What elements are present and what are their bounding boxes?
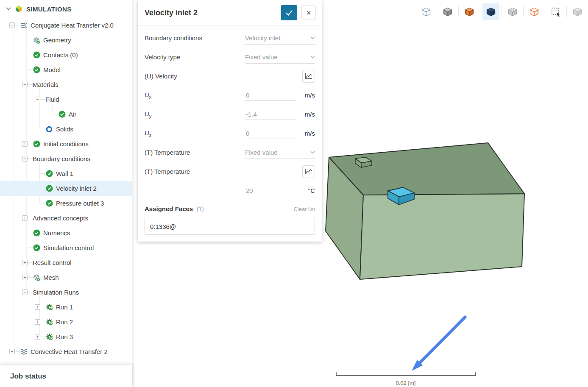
form-row-select: (T) Temperature Fixed value	[145, 143, 315, 162]
expander-icon[interactable]: +	[22, 275, 28, 280]
view-cube-orange-outline-button[interactable]	[526, 3, 543, 20]
value-input[interactable]	[245, 128, 296, 139]
tree-item-simulation-runs[interactable]: − Simulation Runs	[0, 285, 132, 300]
clear-list-link[interactable]: Clear list	[293, 206, 315, 212]
tree-item-solids[interactable]: Solids	[0, 122, 132, 136]
toolbar-divider	[502, 6, 502, 17]
tree-item-run-1[interactable]: + Run 1	[0, 300, 132, 315]
view-toolbar	[418, 3, 586, 20]
tree-item-mesh[interactable]: + Mesh	[0, 270, 132, 285]
select-control[interactable]: Velocity inlet	[245, 31, 315, 45]
select-control[interactable]: Fixed value	[245, 146, 315, 159]
select-value: Velocity inlet	[245, 34, 280, 42]
tree-item-conjugate-heat-transfer-v2-0[interactable]: − Conjugate Heat Transfer v2.0	[0, 18, 132, 33]
chevron-down-icon[interactable]	[6, 7, 11, 11]
tree-item-label: Boundary conditions	[33, 155, 90, 162]
field-label: Boundary conditions	[145, 34, 202, 42]
tree-item-label: Run 3	[56, 333, 73, 340]
field-label: Ux	[145, 91, 151, 100]
view-cube-blue-button[interactable]	[482, 3, 499, 20]
expander-icon[interactable]: −	[22, 290, 28, 295]
chart-input-button[interactable]	[302, 165, 315, 178]
tree-item-label: Run 2	[56, 318, 73, 326]
tree-item-initial-conditions[interactable]: + Initial conditions	[0, 136, 132, 151]
model-box-top-face[interactable]	[329, 143, 524, 195]
expander-icon[interactable]: −	[9, 22, 15, 28]
tree-item-fluid[interactable]: − Fluid	[0, 92, 132, 107]
tree-item-simulation-control[interactable]: Simulation control	[0, 240, 132, 255]
tree-item-contacts-0[interactable]: Contacts (0)	[0, 47, 132, 62]
expander-icon[interactable]: −	[35, 97, 40, 102]
tree-item-wall-1[interactable]: Wall 1	[0, 166, 132, 181]
view-cube-gray-button[interactable]	[439, 3, 456, 20]
box-select-button[interactable]	[547, 3, 564, 20]
geometry-icon	[33, 36, 40, 44]
expander-icon[interactable]: +	[22, 141, 28, 147]
check-icon	[33, 66, 40, 74]
expander-icon[interactable]: +	[35, 319, 40, 325]
toolbar-divider	[545, 6, 545, 17]
form-row-select: Velocity type Fixed value	[145, 47, 315, 67]
select-control[interactable]: Fixed value	[245, 50, 315, 64]
expander-icon[interactable]: −	[22, 156, 28, 161]
tree-item-label: Air	[69, 111, 76, 118]
scale-bar: 0.02 [m]	[336, 372, 476, 386]
chevron-down-icon	[310, 36, 315, 39]
tree-item-numerics[interactable]: Numerics	[0, 226, 132, 240]
tree-item-label: Numerics	[43, 229, 70, 237]
sim2-icon	[20, 348, 28, 356]
sim-icon	[20, 22, 28, 29]
expander-icon[interactable]: +	[22, 215, 28, 221]
tree-item-label: Contacts (0)	[43, 51, 78, 58]
expander-icon[interactable]: +	[9, 349, 15, 354]
simulations-logo-icon	[15, 5, 22, 13]
close-button[interactable]: ×	[301, 6, 316, 20]
view-cube-orange-outline-icon	[529, 6, 540, 17]
tree-item-run-2[interactable]: + Run 2	[0, 315, 132, 329]
tree-item-materials[interactable]: − Materials	[0, 77, 132, 92]
value-input[interactable]	[245, 185, 296, 196]
tree-item-geometry[interactable]: Geometry	[0, 33, 132, 47]
select-value: Fixed value	[245, 53, 278, 61]
view-cube-outline-button[interactable]	[418, 3, 435, 20]
expander-icon[interactable]: +	[35, 304, 40, 310]
expander-icon[interactable]: −	[22, 82, 28, 87]
scale-label: 0.02 [m]	[396, 380, 416, 386]
tree-item-convective-heat-transfer-2[interactable]: + Convective Heat Transfer 2	[0, 344, 132, 359]
field-label: (T) Temperature	[145, 168, 190, 175]
value-input[interactable]	[245, 109, 296, 120]
close-icon: ×	[306, 8, 311, 17]
field-label: Uz	[145, 129, 151, 138]
tree-item-result-control[interactable]: + Result control	[0, 255, 132, 270]
tree-item-boundary-conditions[interactable]: − Boundary conditions	[0, 151, 132, 166]
tree-item-label: Conjugate Heat Transfer v2.0	[31, 22, 114, 29]
expander-icon[interactable]: +	[22, 260, 28, 265]
chart-input-button[interactable]	[302, 70, 315, 83]
unit-label: °C	[300, 187, 315, 194]
tree-item-label: Simulation Runs	[33, 289, 79, 296]
tree-item-label: Advanced concepts	[33, 214, 88, 222]
field-label: (T) Temperature	[145, 149, 190, 156]
view-cube-orange-button[interactable]	[461, 3, 478, 20]
field-label: Velocity type	[145, 53, 180, 61]
tree-item-velocity-inlet-2[interactable]: Velocity inlet 2	[0, 181, 132, 196]
job-status-bar[interactable]: Job status	[0, 365, 132, 387]
assigned-faces-input[interactable]	[145, 218, 315, 235]
model-box-front-face[interactable]	[360, 194, 524, 279]
velocity-direction-arrow	[412, 317, 465, 371]
value-input[interactable]	[245, 90, 296, 101]
select-value: Fixed value	[245, 149, 278, 156]
expander-icon[interactable]: +	[35, 334, 40, 340]
field-label: (U) Velocity	[145, 72, 177, 80]
line-chart-icon	[305, 73, 312, 79]
confirm-button[interactable]	[281, 5, 297, 20]
job-status-label: Job status	[10, 372, 46, 381]
tree-item-run-3[interactable]: + Run 3	[0, 329, 132, 344]
toolbar-divider	[458, 6, 459, 17]
panel-header: Velocity inlet 2 ×	[138, 0, 322, 26]
tree-item-pressure-outlet-3[interactable]: Pressure outlet 3	[0, 196, 132, 211]
view-cube-mesh-button[interactable]	[504, 3, 521, 20]
tree-item-air[interactable]: Air	[0, 107, 132, 122]
tree-item-advanced-concepts[interactable]: + Advanced concepts	[0, 211, 132, 226]
tree-item-model[interactable]: Model	[0, 62, 132, 77]
